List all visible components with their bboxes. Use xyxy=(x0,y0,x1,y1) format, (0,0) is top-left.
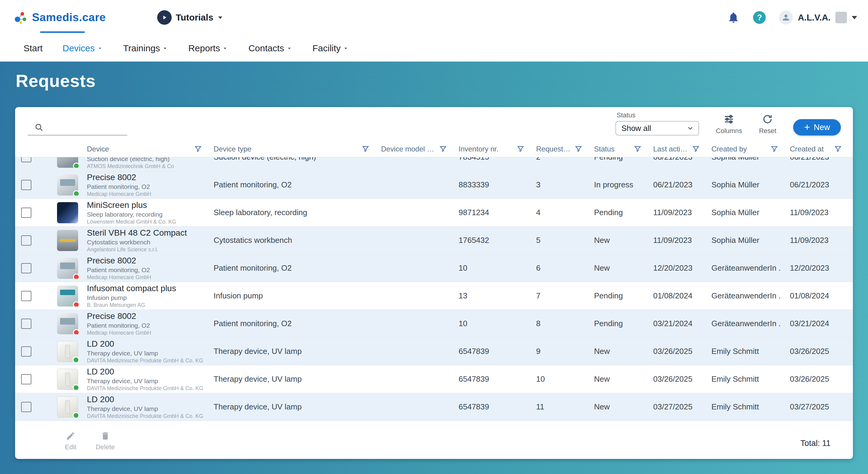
card-toolbar: Status Show all Columns xyxy=(15,107,853,141)
filter-icon[interactable] xyxy=(575,145,583,153)
status-filter-group: Status Show all xyxy=(616,111,699,135)
column-header-device-model-versi[interactable]: Device model versi... xyxy=(380,145,458,153)
device-type-line: Therapy device, UV lamp xyxy=(87,349,213,357)
row-checkbox[interactable] xyxy=(21,235,31,246)
column-header-request-nr[interactable]: Request nr. xyxy=(535,145,593,153)
row-checkbox[interactable] xyxy=(21,319,31,329)
nav-item-start[interactable]: Start xyxy=(24,43,42,54)
edit-button[interactable]: Edit xyxy=(65,431,76,451)
row-checkbox[interactable] xyxy=(21,157,31,162)
column-header-status[interactable]: Status xyxy=(593,145,653,153)
table-row[interactable]: LD 200 Therapy device, UV lamp DAVITA Me… xyxy=(15,366,853,393)
created-by-cell: Emily Schmitt xyxy=(711,374,789,384)
columns-button[interactable]: Columns xyxy=(716,114,742,135)
brand-logo-icon xyxy=(13,10,28,25)
table-row[interactable]: Precise 8002 Patient monitoring, O2 Medi… xyxy=(15,171,853,199)
table-row[interactable]: Precise 8002 Patient monitoring, O2 Medi… xyxy=(15,254,853,282)
table-row[interactable]: Suction device (electric, high) ATMOS Me… xyxy=(15,157,853,171)
device-type-cell: Therapy device, UV lamp xyxy=(213,374,380,384)
table-row[interactable]: LD 200 Therapy device, UV lamp DAVITA Me… xyxy=(15,393,853,421)
column-header-device-type[interactable]: Device type xyxy=(213,145,380,153)
user-menu[interactable]: A.L.V.A. xyxy=(779,10,857,25)
column-header-created-by[interactable]: Created by xyxy=(711,145,789,153)
device-type-line: Cytostatics workbench xyxy=(87,238,213,246)
inventory-nr-cell: 7834515 xyxy=(458,157,535,162)
row-checkbox-cell xyxy=(15,157,48,162)
last-activity-cell: 06/21/2023 xyxy=(653,180,711,189)
filter-icon[interactable] xyxy=(770,145,778,153)
filter-icon[interactable] xyxy=(439,145,447,153)
filter-icon[interactable] xyxy=(517,145,525,153)
help-icon: ? xyxy=(753,11,766,24)
device-cell: Suction device (electric, high) ATMOS Me… xyxy=(86,157,213,170)
last-activity-cell: 12/20/2023 xyxy=(653,263,711,273)
brand-logo[interactable]: Samedis.care xyxy=(13,10,106,25)
row-checkbox-cell xyxy=(15,346,48,357)
device-manufacturer: Angelantoni Life Science s.r.l. xyxy=(87,246,213,253)
row-checkbox[interactable] xyxy=(21,208,31,218)
toolbar-right: Status Show all Columns xyxy=(616,111,841,135)
nav-item-devices[interactable]: Devices xyxy=(62,43,103,54)
table-row[interactable]: LD 200 Therapy device, UV lamp DAVITA Me… xyxy=(15,338,853,366)
reset-button[interactable]: Reset xyxy=(759,114,776,135)
table-row[interactable]: MiniScreen plus Sleep laboratory, record… xyxy=(15,199,853,227)
table-row[interactable]: Precise 8002 Patient monitoring, O2 Medi… xyxy=(15,310,853,338)
row-checkbox[interactable] xyxy=(21,263,31,273)
device-cell: LD 200 Therapy device, UV lamp DAVITA Me… xyxy=(86,366,213,392)
row-checkbox[interactable] xyxy=(21,291,31,301)
device-thumbnail xyxy=(57,202,78,223)
nav-item-reports[interactable]: Reports xyxy=(188,43,228,54)
filter-icon[interactable] xyxy=(633,145,642,153)
help-button[interactable]: ? xyxy=(753,11,766,24)
content-area: Requests Status Show all xyxy=(0,62,868,474)
table-row[interactable]: Infusomat compact plus Infusion pump B. … xyxy=(15,282,853,310)
filter-icon[interactable] xyxy=(194,145,202,153)
pencil-icon xyxy=(66,431,75,441)
table-row[interactable]: Steril VBH 48 C2 Compact Cytostatics wor… xyxy=(15,227,853,254)
device-thumbnail-cell xyxy=(48,230,86,251)
device-manufacturer: Medicap Homecare GmbH xyxy=(87,274,213,281)
nav-item-contacts[interactable]: Contacts xyxy=(248,43,292,54)
filter-icon[interactable] xyxy=(362,145,370,153)
device-name: Steril VBH 48 C2 Compact xyxy=(87,227,213,238)
filter-icon[interactable] xyxy=(834,145,842,153)
device-type-line: Patient monitoring, O2 xyxy=(87,266,213,274)
filter-icon[interactable] xyxy=(692,145,700,153)
user-avatar-icon xyxy=(779,10,793,25)
delete-label: Delete xyxy=(96,443,115,451)
nav-item-trainings[interactable]: Trainings xyxy=(123,43,168,54)
column-header-inventory-nr[interactable]: Inventory nr. xyxy=(458,145,535,153)
row-checkbox[interactable] xyxy=(21,402,31,412)
search-input[interactable] xyxy=(48,123,127,132)
tutorials-menu[interactable]: Tutorials xyxy=(157,10,223,25)
device-manufacturer: DAVITA Medizinische Produkte GmbH & Co. … xyxy=(87,385,213,392)
created-by-cell: Emily Schmitt xyxy=(711,402,789,412)
inventory-nr-cell: 6547839 xyxy=(458,347,535,356)
chevron-down-icon xyxy=(342,45,349,52)
last-activity-cell: 03/27/2025 xyxy=(653,402,711,412)
nav-item-facility[interactable]: Facility xyxy=(313,43,349,54)
notifications-button[interactable] xyxy=(727,11,740,24)
table-body: Suction device (electric, high) ATMOS Me… xyxy=(15,157,853,421)
device-thumbnail-cell xyxy=(48,397,86,418)
device-manufacturer: DAVITA Medizinische Produkte GmbH & Co. … xyxy=(87,357,213,364)
device-thumbnail-cell xyxy=(48,202,86,223)
requests-card: Status Show all Columns xyxy=(15,107,853,459)
status-filter-select[interactable]: Show all xyxy=(616,121,699,135)
last-activity-cell: 11/09/2023 xyxy=(653,235,711,245)
row-checkbox[interactable] xyxy=(21,346,31,357)
new-request-button[interactable]: + New xyxy=(793,119,841,135)
column-header-created-at[interactable]: Created at xyxy=(789,145,853,153)
device-cell: Precise 8002 Patient monitoring, O2 Medi… xyxy=(86,172,213,198)
device-type-cell: Suction device (electric, high) xyxy=(213,157,380,162)
last-activity-cell: 03/26/2025 xyxy=(653,347,711,356)
column-header-last-activity[interactable]: Last activity xyxy=(653,145,711,153)
row-checkbox[interactable] xyxy=(21,180,31,190)
row-checkbox-cell xyxy=(15,291,48,301)
delete-button[interactable]: Delete xyxy=(96,431,115,451)
row-checkbox[interactable] xyxy=(21,374,31,384)
column-header-device[interactable]: Device xyxy=(86,145,213,153)
status-cell: New xyxy=(593,374,653,384)
request-nr-cell: 9 xyxy=(535,347,593,356)
device-thumbnail-cell xyxy=(48,175,86,195)
